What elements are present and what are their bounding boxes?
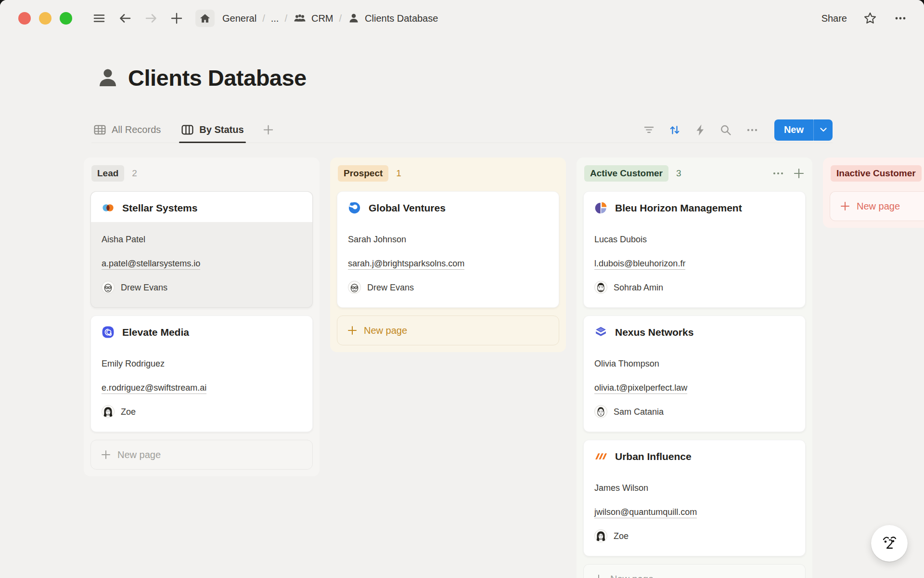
card-stellar-systems[interactable]: Stellar Systems Aisha Patel a.patel@stel… <box>90 191 313 308</box>
search-icon <box>719 124 732 136</box>
card-title-row: Urban Influence <box>584 440 805 471</box>
contact-email[interactable]: sarah.j@brightsparksolns.com <box>337 258 559 269</box>
sort-arrows-icon <box>668 124 681 136</box>
filter-button[interactable] <box>643 124 655 136</box>
forward-button[interactable] <box>144 12 158 25</box>
contact-name: Olivia Thompson <box>584 358 805 369</box>
new-page-button-lead[interactable]: New page <box>90 440 313 470</box>
arrow-right-icon <box>144 12 158 25</box>
tab-by-status[interactable]: By Status <box>179 117 245 143</box>
contact-email[interactable]: l.dubois@bleuhorizon.fr <box>584 258 805 269</box>
new-record-dropdown[interactable] <box>813 119 833 141</box>
new-page-button-inactive[interactable]: New page <box>830 191 924 221</box>
column-header-active-customer: Active Customer 3 <box>583 164 806 183</box>
board-column-lead: Lead 2 Stellar Systems Aisha Patel a.pat… <box>84 158 320 476</box>
favorite-button[interactable] <box>863 12 877 25</box>
arrow-left-icon <box>118 12 132 25</box>
owner-row: Zoe <box>584 529 805 556</box>
new-record-button[interactable]: New <box>774 119 813 141</box>
search-button[interactable] <box>719 124 732 136</box>
floating-face-button[interactable] <box>871 525 908 562</box>
blue-swirl-icon <box>348 201 361 214</box>
card-title-row: Nexus Networks <box>584 316 805 346</box>
card-title: Bleu Horizon Management <box>615 202 742 214</box>
automations-button[interactable] <box>694 124 706 136</box>
column-header-lead: Lead 2 <box>90 164 313 183</box>
breadcrumb-clients-database[interactable]: Clients Database <box>347 12 438 25</box>
card-title-row: Global Ventures <box>337 192 559 222</box>
status-pill-prospect[interactable]: Prospect <box>338 165 388 182</box>
window-more-button[interactable] <box>893 12 908 25</box>
share-button[interactable]: Share <box>821 13 847 24</box>
view-more-button[interactable] <box>745 124 759 136</box>
home-icon <box>199 13 211 24</box>
stacked-layers-icon <box>594 326 607 339</box>
minimize-button[interactable] <box>39 12 51 25</box>
topbar-actions: Share <box>821 12 908 25</box>
home-button[interactable] <box>195 10 215 27</box>
board-column-active-customer: Active Customer 3 Bleu Horizon Managemen… <box>577 158 812 578</box>
card-bleu-horizon-management[interactable]: Bleu Horizon Management Lucas Dubois l.d… <box>583 191 806 308</box>
sidebar-toggle-button[interactable] <box>92 12 106 25</box>
new-page-button-active[interactable]: New page <box>583 564 806 578</box>
sort-button[interactable] <box>668 124 681 136</box>
star-icon <box>863 12 877 25</box>
contact-email[interactable]: e.rodriguez@swiftstream.ai <box>91 382 312 394</box>
window-controls <box>18 12 72 25</box>
card-nexus-networks[interactable]: Nexus Networks Olivia Thompson olivia.t@… <box>583 315 806 432</box>
avatar-drew-evans <box>348 281 361 294</box>
doodle-face-icon <box>878 532 900 554</box>
breadcrumb-separator: / <box>339 13 342 24</box>
close-button[interactable] <box>18 12 31 25</box>
card-title: Global Ventures <box>369 202 446 214</box>
breadcrumb-ellipsis[interactable]: ... <box>271 13 279 24</box>
plus-icon <box>840 201 850 211</box>
breadcrumb-crm[interactable]: CRM <box>293 12 334 25</box>
new-page-button-prospect[interactable]: New page <box>337 315 559 345</box>
contact-email[interactable]: jwilson@quantumquill.com <box>584 506 805 518</box>
add-view-button[interactable] <box>262 117 274 143</box>
contact-name: Sarah Johnson <box>337 234 559 245</box>
blue-spiral-icon <box>102 326 115 339</box>
column-add-card-button[interactable] <box>793 168 805 179</box>
card-title: Stellar Systems <box>122 202 197 214</box>
zoom-button[interactable] <box>60 12 72 25</box>
breadcrumb-separator: / <box>284 13 287 24</box>
lightning-icon <box>694 124 706 136</box>
contact-email[interactable]: a.patel@stellarsystems.io <box>91 258 312 269</box>
breadcrumb-separator: / <box>262 13 265 24</box>
new-tab-button[interactable] <box>170 12 183 25</box>
owner-row: Sam Catania <box>584 405 805 432</box>
new-record-split-button[interactable]: New <box>774 119 833 141</box>
ellipsis-icon <box>893 12 908 25</box>
orange-stripes-icon <box>594 450 607 463</box>
card-title: Urban Influence <box>615 451 692 462</box>
tab-label: All Records <box>112 124 161 135</box>
card-elevate-media[interactable]: Elevate Media Emily Rodriguez e.rodrigue… <box>90 315 313 432</box>
avatar-zoe <box>102 405 115 418</box>
card-global-ventures[interactable]: Global Ventures Sarah Johnson sarah.j@br… <box>337 191 559 308</box>
card-title-row: Bleu Horizon Management <box>584 192 805 222</box>
column-actions <box>772 168 805 179</box>
window-topbar: General / ... / CRM / Clients Database S… <box>0 0 924 37</box>
status-pill-inactive-customer[interactable]: Inactive Customer <box>831 165 922 182</box>
views-toolbar: All Records By Status <box>91 117 833 143</box>
tab-all-records[interactable]: All Records <box>91 117 163 143</box>
filter-icon <box>643 124 655 136</box>
breadcrumb-general[interactable]: General <box>222 13 257 24</box>
column-more-button[interactable] <box>772 168 784 179</box>
card-urban-influence[interactable]: Urban Influence James Wilson jwilson@qua… <box>583 440 806 556</box>
person-icon <box>347 12 360 25</box>
view-tools: New <box>643 119 833 141</box>
new-page-label: New page <box>857 201 900 212</box>
avatar-zoe <box>594 529 607 542</box>
status-pill-lead[interactable]: Lead <box>91 165 124 182</box>
owner-name: Zoe <box>614 530 629 542</box>
column-count: 2 <box>132 168 137 179</box>
status-pill-active-customer[interactable]: Active Customer <box>584 165 668 182</box>
plus-icon <box>347 325 358 336</box>
contact-email[interactable]: olivia.t@pixelperfect.law <box>584 382 805 394</box>
kanban-board: Lead 2 Stellar Systems Aisha Patel a.pat… <box>84 158 924 578</box>
back-button[interactable] <box>118 12 132 25</box>
owner-row: Drew Evans <box>337 281 559 307</box>
